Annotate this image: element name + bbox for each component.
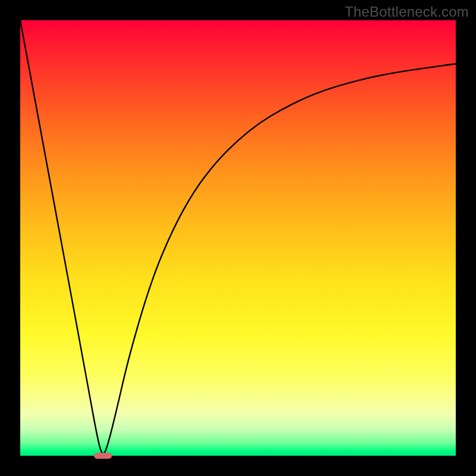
chart-frame: TheBottleneck.com	[0, 0, 476, 476]
optimal-marker	[94, 453, 111, 459]
bottleneck-curve	[20, 20, 456, 456]
plot-area	[20, 20, 456, 456]
watermark-text: TheBottleneck.com	[345, 4, 469, 20]
curve-path	[20, 20, 456, 453]
